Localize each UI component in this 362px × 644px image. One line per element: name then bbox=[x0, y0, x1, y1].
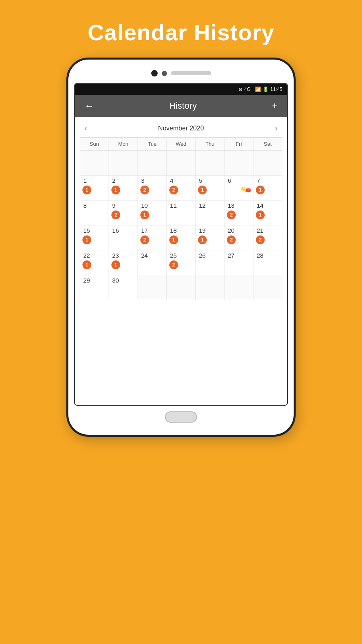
event-badge: 2 bbox=[111, 211, 120, 219]
battery-icon: 🔋 bbox=[263, 87, 269, 92]
day-number: 25 bbox=[169, 252, 177, 259]
calendar-cell[interactable]: 92 bbox=[109, 200, 138, 225]
calendar-cell bbox=[224, 275, 253, 300]
event-badge: 2 bbox=[227, 211, 236, 219]
day-number: 2 bbox=[111, 177, 115, 184]
screen-filler bbox=[75, 304, 287, 405]
calendar-cell[interactable]: 11 bbox=[80, 175, 109, 200]
calendar-cell bbox=[253, 275, 282, 300]
calendar-cell[interactable]: 42 bbox=[167, 175, 196, 200]
event-badge: 2 bbox=[256, 235, 265, 244]
calendar-cell[interactable]: 26 bbox=[195, 250, 224, 275]
day-number: 6 bbox=[226, 177, 231, 184]
event-badge: 2 bbox=[140, 186, 149, 194]
calendar-cell bbox=[138, 151, 167, 175]
event-badge: 1 bbox=[111, 186, 120, 194]
camera-dot bbox=[151, 70, 158, 76]
event-badge: 1 bbox=[198, 235, 207, 244]
calendar-cell[interactable]: 252 bbox=[167, 250, 196, 275]
event-badge: 2 bbox=[140, 235, 149, 244]
calendar-cell[interactable]: 11 bbox=[167, 200, 196, 225]
phone-screen: ⊖ 4G+ 📶 🔋 11:45 ← History + ‹ November 2… bbox=[74, 83, 288, 406]
back-button[interactable]: ← bbox=[81, 99, 97, 112]
calendar-cell[interactable]: 221 bbox=[80, 250, 109, 275]
event-badge: 1 bbox=[140, 211, 149, 219]
day-number: 28 bbox=[255, 252, 263, 259]
calendar-cell[interactable]: 29 bbox=[80, 275, 109, 300]
day-number: 18 bbox=[169, 227, 177, 234]
calendar-cell[interactable]: 132 bbox=[224, 200, 253, 225]
day-number: 24 bbox=[140, 252, 148, 259]
calendar-cell[interactable]: 28 bbox=[253, 250, 282, 275]
day-header: Mon bbox=[109, 138, 138, 151]
prev-month-button[interactable]: ‹ bbox=[81, 123, 90, 133]
calendar-cell bbox=[167, 151, 196, 175]
month-nav: ‹ November 2020 › bbox=[80, 121, 282, 137]
phone-top bbox=[74, 68, 288, 79]
day-number: 10 bbox=[140, 202, 148, 209]
event-badge: 2 bbox=[169, 260, 178, 269]
app-bar: ← History + bbox=[75, 95, 287, 117]
calendar-cell[interactable]: 191 bbox=[195, 225, 224, 250]
day-number: 4 bbox=[169, 177, 173, 184]
day-number: 8 bbox=[82, 202, 86, 209]
day-number: 17 bbox=[140, 227, 148, 234]
day-header: Thu bbox=[195, 138, 224, 151]
calendar-cell bbox=[138, 275, 167, 300]
add-button[interactable]: + bbox=[269, 99, 281, 112]
calendar-cell[interactable]: 21 bbox=[109, 175, 138, 200]
day-number: 22 bbox=[82, 252, 90, 259]
calendar-cell[interactable]: 172 bbox=[138, 225, 167, 250]
speaker-bar bbox=[171, 71, 211, 75]
calendar-cell[interactable]: 51 bbox=[195, 175, 224, 200]
calendar-cell[interactable]: 6💊 bbox=[224, 175, 253, 200]
calendar-cell bbox=[195, 151, 224, 175]
page-title: Calendar History bbox=[88, 19, 274, 45]
calendar-cell[interactable]: 12 bbox=[195, 200, 224, 225]
day-header: Tue bbox=[138, 138, 167, 151]
camera-dot-small bbox=[162, 71, 167, 76]
calendar-cell[interactable]: 71 bbox=[253, 175, 282, 200]
calendar-cell[interactable]: 30 bbox=[109, 275, 138, 300]
calendar-cell[interactable]: 231 bbox=[109, 250, 138, 275]
event-badge: 1 bbox=[82, 235, 91, 244]
calendar-cell bbox=[253, 151, 282, 175]
calendar-grid: SunMonTueWedThuFriSat11213242516💊7189210… bbox=[80, 137, 282, 300]
pill-icon: 💊 bbox=[240, 184, 252, 196]
phone-bottom bbox=[74, 411, 288, 423]
day-number: 12 bbox=[197, 202, 206, 209]
event-badge: 1 bbox=[82, 186, 91, 194]
event-badge: 1 bbox=[256, 211, 265, 219]
day-number: 13 bbox=[226, 202, 234, 209]
day-number: 7 bbox=[255, 177, 260, 184]
calendar-cell[interactable]: 212 bbox=[253, 225, 282, 250]
day-number: 14 bbox=[255, 202, 263, 209]
calendar-cell[interactable]: 16 bbox=[109, 225, 138, 250]
day-number: 1 bbox=[82, 177, 86, 184]
event-badge: 1 bbox=[82, 260, 91, 269]
home-button[interactable] bbox=[165, 411, 197, 423]
next-month-button[interactable]: › bbox=[272, 123, 281, 133]
day-header: Wed bbox=[167, 138, 196, 151]
calendar-cell[interactable]: 151 bbox=[80, 225, 109, 250]
day-number: 19 bbox=[197, 227, 206, 234]
calendar-cell bbox=[109, 151, 138, 175]
event-badge: 1 bbox=[198, 186, 207, 194]
calendar-cell[interactable]: 181 bbox=[167, 225, 196, 250]
event-badge: 1 bbox=[111, 260, 120, 269]
calendar-cell bbox=[195, 275, 224, 300]
event-badge: 2 bbox=[169, 186, 178, 194]
day-number: 29 bbox=[82, 277, 90, 284]
day-number: 3 bbox=[140, 177, 144, 184]
calendar-cell[interactable]: 24 bbox=[138, 250, 167, 275]
calendar-cell[interactable]: 32 bbox=[138, 175, 167, 200]
calendar-cell[interactable]: 202 bbox=[224, 225, 253, 250]
event-badge: 2 bbox=[227, 235, 236, 244]
status-bar: ⊖ 4G+ 📶 🔋 11:45 bbox=[75, 84, 287, 95]
calendar-cell[interactable]: 27 bbox=[224, 250, 253, 275]
calendar-cell[interactable]: 101 bbox=[138, 200, 167, 225]
day-number: 15 bbox=[82, 227, 90, 234]
status-time: 11:45 bbox=[270, 87, 282, 92]
calendar-cell[interactable]: 8 bbox=[80, 200, 109, 225]
calendar-cell[interactable]: 141 bbox=[253, 200, 282, 225]
